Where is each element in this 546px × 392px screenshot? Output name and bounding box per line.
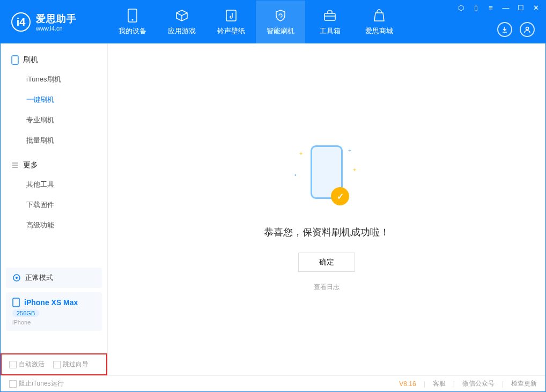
phone-icon — [12, 298, 20, 307]
tab-smart-flash[interactable]: 智能刷机 — [256, 1, 305, 43]
close-button[interactable]: ✕ — [532, 4, 540, 12]
check-icon: ✓ — [331, 187, 349, 205]
version-label: V8.16 — [399, 380, 416, 388]
top-nav: 我的设备 应用游戏 铃声壁纸 智能刷机 工具箱 爱思商城 — [108, 1, 404, 43]
device-type: iPhone — [12, 319, 95, 326]
shopping-bag-icon — [372, 8, 387, 23]
app-header: i4 爱思助手 www.i4.cn 我的设备 应用游戏 铃声壁纸 智能刷机 工具… — [1, 1, 545, 43]
phone-icon — [125, 8, 140, 23]
sidebar-item-other-tools[interactable]: 其他工具 — [1, 174, 107, 195]
tab-my-device[interactable]: 我的设备 — [108, 1, 157, 43]
auto-activate-checkbox[interactable]: 自动激活 — [9, 360, 45, 369]
svg-rect-2 — [226, 10, 236, 21]
app-url: www.i4.cn — [36, 25, 77, 32]
tab-store[interactable]: 爱思商城 — [355, 1, 404, 43]
refresh-icon — [12, 273, 21, 282]
svg-point-4 — [526, 27, 529, 30]
sidebar-item-oneclick-flash[interactable]: 一键刷机 — [1, 90, 107, 110]
cube-icon — [174, 8, 189, 23]
sidebar-section-flash: 刷机 — [1, 51, 107, 69]
window-controls: ⬡ ▯ ≡ — ☐ ✕ — [456, 4, 540, 12]
device-icon — [11, 55, 19, 65]
success-panel: ✦ • + ✦ ✓ 恭喜您，保资料刷机成功啦！ 确定 查看日志 — [219, 145, 434, 292]
sidebar-item-itunes-flash[interactable]: iTunes刷机 — [1, 69, 107, 90]
success-message: 恭喜您，保资料刷机成功啦！ — [219, 226, 434, 239]
app-title: 爱思助手 — [36, 12, 77, 25]
list-icon — [11, 161, 19, 169]
menu-icon[interactable]: ≡ — [486, 4, 495, 12]
tab-toolbox[interactable]: 工具箱 — [305, 1, 355, 43]
header-actions — [497, 22, 535, 37]
mode-card[interactable]: 正常模式 — [6, 268, 102, 288]
logo-icon: i4 — [11, 12, 31, 32]
check-update-link[interactable]: 检查更新 — [511, 379, 537, 388]
options-highlight-box: 自动激活 跳过向导 — [1, 353, 107, 375]
main-content: ✦ • + ✦ ✓ 恭喜您，保资料刷机成功啦！ 确定 查看日志 — [108, 43, 545, 375]
tab-label: 铃声壁纸 — [217, 26, 245, 36]
mode-label: 正常模式 — [25, 273, 53, 283]
download-icon[interactable] — [497, 22, 512, 37]
sidebar-item-pro-flash[interactable]: 专业刷机 — [1, 110, 107, 130]
device-card[interactable]: iPhone XS Max 256GB iPhone — [6, 292, 102, 331]
svg-rect-3 — [324, 13, 335, 20]
success-illustration: ✦ • + ✦ ✓ — [294, 145, 359, 210]
sidebar: 刷机 iTunes刷机 一键刷机 专业刷机 批量刷机 更多 其他工具 下载固件 … — [1, 43, 108, 375]
user-icon[interactable] — [520, 22, 535, 37]
sidebar-item-batch-flash[interactable]: 批量刷机 — [1, 130, 107, 151]
ok-button[interactable]: 确定 — [298, 253, 355, 272]
minimize-button[interactable]: — — [501, 4, 510, 12]
support-link[interactable]: 客服 — [433, 379, 446, 388]
tab-label: 爱思商城 — [365, 26, 393, 36]
device-name: iPhone XS Max — [24, 298, 78, 307]
shield-refresh-icon — [273, 8, 288, 23]
checkbox-icon — [9, 380, 17, 388]
sidebar-item-advanced[interactable]: 高级功能 — [1, 215, 107, 235]
toolbox-icon — [322, 8, 337, 23]
device-storage-badge: 256GB — [12, 309, 39, 317]
svg-point-7 — [16, 277, 18, 279]
wechat-link[interactable]: 微信公众号 — [462, 379, 495, 388]
tab-ringtones-wallpapers[interactable]: 铃声壁纸 — [206, 1, 256, 43]
checkbox-icon — [53, 361, 61, 368]
tab-label: 我的设备 — [119, 26, 146, 36]
view-log-link[interactable]: 查看日志 — [219, 283, 434, 292]
sidebar-item-download-firmware[interactable]: 下载固件 — [1, 195, 107, 215]
app-logo: i4 爱思助手 www.i4.cn — [1, 12, 108, 32]
shirt-icon[interactable]: ⬡ — [456, 4, 465, 12]
svg-point-1 — [132, 19, 134, 21]
skip-guide-checkbox[interactable]: 跳过向导 — [53, 360, 88, 369]
status-bar: 阻止iTunes运行 V8.16 | 客服 | 微信公众号 | 检查更新 — [1, 375, 545, 391]
sidebar-section-more: 更多 — [1, 156, 107, 174]
tab-label: 应用游戏 — [168, 26, 196, 36]
maximize-button[interactable]: ☐ — [517, 4, 525, 12]
music-note-icon — [224, 8, 239, 23]
tab-label: 工具箱 — [320, 26, 341, 36]
tab-apps-games[interactable]: 应用游戏 — [157, 1, 206, 43]
lock-icon[interactable]: ▯ — [471, 4, 480, 12]
checkbox-icon — [9, 361, 17, 368]
block-itunes-checkbox[interactable]: 阻止iTunes运行 — [9, 379, 64, 388]
tab-label: 智能刷机 — [267, 26, 294, 36]
svg-rect-8 — [13, 298, 19, 307]
svg-rect-5 — [12, 56, 18, 64]
